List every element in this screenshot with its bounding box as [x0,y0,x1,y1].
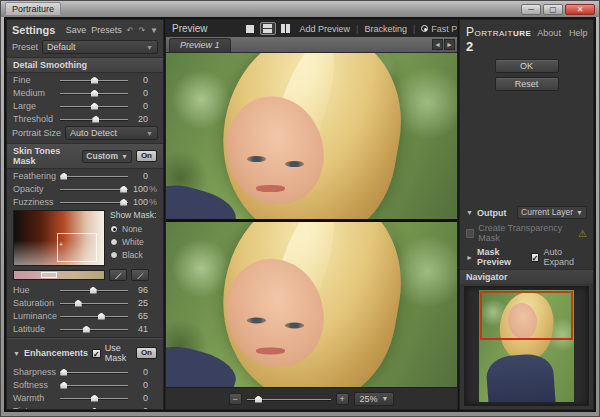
slider-thumb[interactable] [75,300,82,307]
preset-value: Default [47,42,76,52]
thumb-torso [485,353,555,402]
threshold-slider[interactable] [60,115,128,123]
bracketing-button[interactable]: Bracketing [364,24,407,34]
hue-range-marker[interactable] [41,272,57,278]
slider-thumb[interactable] [91,395,98,402]
minimize-button[interactable]: ─ [521,4,541,15]
transparency-mask-checkbox[interactable] [466,229,474,238]
softness-value: 0 [128,380,148,390]
output-collapse-icon[interactable]: ▼ [466,209,473,216]
large-slider[interactable] [60,102,128,110]
zoom-slider[interactable] [247,394,331,404]
zoom-slider-thumb[interactable] [255,396,262,403]
window-title: Portraiture [5,2,61,16]
enhancements-title[interactable]: Enhancements [24,348,88,358]
preview-tab[interactable]: Preview 1 [169,38,231,52]
luminance-slider[interactable] [60,312,128,320]
sharpness-slider[interactable] [60,368,128,376]
skin-tone-gradient-picker[interactable]: + [13,210,105,266]
gradient-selection-rect[interactable] [57,233,97,263]
close-button[interactable]: ✕ [565,4,595,15]
saturation-slider[interactable] [60,299,128,307]
slider-thumb[interactable] [120,199,127,206]
tint-slider[interactable] [60,407,128,411]
fuzziness-value: 100 [128,197,148,207]
save-button[interactable]: Save [66,25,87,35]
portrait-size-dropdown[interactable]: Auto Detect ▼ [65,126,158,140]
warning-icon: ⚠ [578,228,587,239]
warmth-value: 0 [128,393,148,403]
chevron-down-icon: ▼ [146,44,153,51]
slider-thumb[interactable] [91,103,98,110]
hue-range-strip[interactable] [13,270,105,280]
output-title[interactable]: Output [477,208,507,218]
photo-lips [256,185,285,192]
help-link[interactable]: Help [569,28,588,38]
skin-tones-sliders: Feathering0Opacity100%Fuzziness100% [7,169,163,208]
slider-thumb[interactable] [60,173,67,180]
maximize-button[interactable]: ▢ [543,4,563,15]
slider-thumb[interactable] [91,408,98,411]
preset-dropdown[interactable]: Default ▼ [42,40,158,54]
opacity-slider[interactable] [60,185,128,193]
collapse-triangle-icon[interactable]: ▼ [13,350,20,357]
output-target-dropdown[interactable]: Current Layer ▼ [517,206,587,219]
view-split-horizontal-icon[interactable] [260,22,276,35]
skin-tones-on-button[interactable]: On [136,150,157,162]
zoom-out-button[interactable]: − [229,393,242,405]
show-mask-option-black[interactable]: Black [110,248,157,261]
enhancements-on-button[interactable]: On [136,347,157,359]
eyedropper-add-icon[interactable] [109,269,127,281]
zoom-in-button[interactable]: + [336,393,349,405]
eyedropper-subtract-icon[interactable] [131,269,149,281]
mask-preview-expand-icon[interactable]: ► [466,254,473,261]
about-link[interactable]: About [537,28,561,38]
undo-icon[interactable]: ↶ [127,26,134,35]
transparency-mask-label: Create Transparency Mask [478,223,574,243]
show-mask-option-white[interactable]: White [110,235,157,248]
mask-preview-title[interactable]: Mask Preview [477,247,527,267]
navigator-view-rect[interactable] [480,291,573,340]
auto-expand-checkbox[interactable]: ✓ [531,253,540,262]
slider-thumb[interactable] [60,369,67,376]
reset-button[interactable]: Reset [495,77,559,91]
preview-image-smoothed[interactable] [166,222,457,388]
separator: | [413,24,415,34]
redo-icon[interactable]: ↷ [138,26,145,35]
slider-thumb[interactable] [60,382,67,389]
softness-slider[interactable] [60,381,128,389]
auto-expand-label: Auto Expand [543,247,587,267]
slider-thumb[interactable] [90,287,97,294]
slider-thumb[interactable] [83,326,90,333]
skin-tones-mask-header[interactable]: Skin Tones Mask Custom ▼ On [7,143,163,169]
detail-smoothing-header[interactable]: Detail Smoothing [7,57,163,73]
add-preview-button[interactable]: Add Preview [300,24,351,34]
settings-menu-icon[interactable]: ▼ [150,26,158,35]
slider-thumb[interactable] [120,186,127,193]
slider-thumb[interactable] [91,90,98,97]
tab-scroll-right-icon[interactable]: ► [444,39,455,50]
mask-mode-dropdown[interactable]: Custom ▼ [82,150,132,163]
zoom-level-dropdown[interactable]: 25% ▼ [354,392,395,406]
fuzziness-slider[interactable] [60,198,128,206]
warmth-slider[interactable] [60,394,128,402]
tab-scroll-left-icon[interactable]: ◄ [432,39,443,50]
fast-preview-radio[interactable]: Fast Preview [421,24,457,34]
feathering-slider[interactable] [60,172,128,180]
latitude-slider[interactable] [60,325,128,333]
view-split-vertical-icon[interactable] [278,22,294,35]
slider-thumb[interactable] [98,313,105,320]
medium-slider[interactable] [60,89,128,97]
slider-thumb[interactable] [92,116,99,123]
ok-button[interactable]: OK [495,59,559,73]
presets-button[interactable]: Presets [91,25,122,35]
preview-image-original[interactable] [166,53,457,219]
show-mask-option-none[interactable]: None [110,222,157,235]
warmth-label: Warmth [13,393,60,403]
navigator-thumbnail[interactable] [479,290,574,402]
use-mask-checkbox[interactable]: ✓ [92,349,101,358]
fine-slider[interactable] [60,76,128,84]
view-single-icon[interactable] [242,22,258,35]
slider-thumb[interactable] [91,77,98,84]
hue-slider[interactable] [60,286,128,294]
